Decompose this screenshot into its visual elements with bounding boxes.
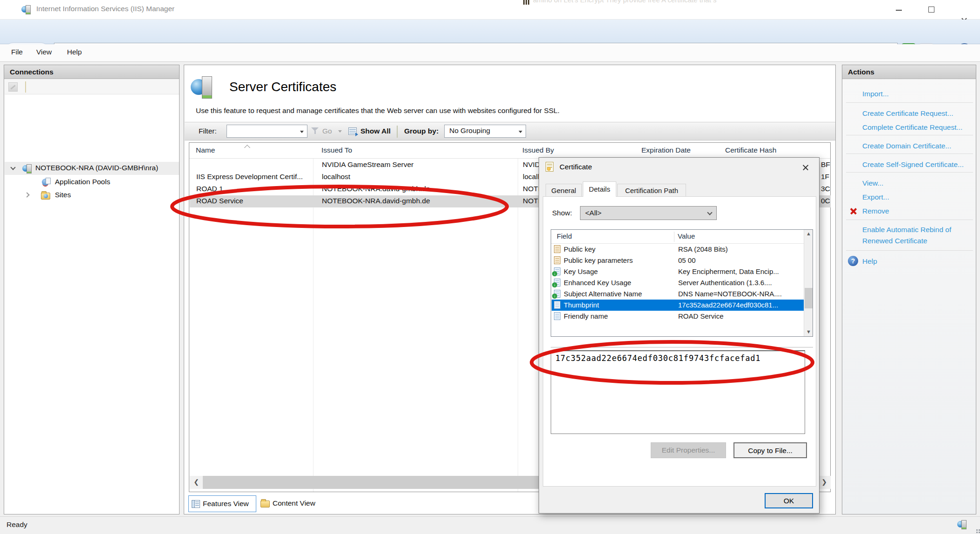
toolbar-separator [397, 126, 398, 138]
address-toolbar: ← → NOTEBOOK-NRA ⇄ ? [0, 20, 980, 44]
filter-label: Filter: [199, 127, 217, 135]
menu-file[interactable]: File [11, 48, 23, 56]
field-row[interactable]: Public key RSA (2048 Bits) [552, 244, 805, 255]
sort-ascending-icon [244, 145, 250, 151]
vertical-scrollbar[interactable]: ▲ ▼ [804, 230, 813, 336]
separator [846, 154, 973, 154]
field-value: ROAD Service [678, 312, 803, 320]
show-all-button[interactable]: Show All [360, 127, 391, 135]
separator [846, 172, 973, 173]
create-connection-icon[interactable] [8, 82, 18, 92]
window-title: Internet Information Services (IIS) Mana… [36, 5, 174, 13]
connections-header: Connections [4, 65, 179, 79]
go-dropdown-icon[interactable] [338, 130, 342, 133]
tab-label: Content View [273, 499, 315, 507]
scroll-left-icon[interactable]: ❮ [190, 476, 203, 489]
menu-help[interactable]: Help [67, 48, 82, 56]
tab-general[interactable]: General [546, 184, 582, 197]
action-label: Import... [862, 88, 974, 100]
field-row[interactable]: Public key parameters 05 00 [552, 255, 805, 266]
tree-item-label: Sites [55, 191, 71, 199]
group-by-value: No Grouping [449, 127, 490, 135]
field-row-selected[interactable]: Thumbprint 17c352aad22e6674edf030c81... [552, 300, 805, 311]
action-label: Create Domain Certificate... [862, 140, 974, 152]
tree-item-server[interactable]: NOTEBOOK-NRA (DAVID-GMBH\nra) [5, 162, 179, 175]
tab-features-view[interactable]: Features View [188, 495, 256, 512]
status-text: Ready [7, 521, 27, 529]
actions-panel: Actions Import... Create Certificate Req… [842, 65, 976, 514]
copy-to-file-button[interactable]: Copy to File... [733, 442, 807, 458]
background-window-artifact [523, 0, 531, 5]
filter-funnel-icon[interactable] [311, 127, 319, 134]
column-header-issued-by[interactable]: Issued By [522, 146, 554, 154]
field-value: Key Encipherment, Data Encip... [678, 267, 803, 275]
action-label: Export... [862, 192, 974, 203]
filter-toolbar: Filter: Go Show All Group by: No Groupin… [185, 122, 835, 140]
show-select[interactable]: <All> [580, 206, 717, 220]
certificate-fields-list: Field Value Public key RSA (2048 Bits) P… [551, 229, 813, 337]
server-node-icon [22, 164, 32, 173]
tree-item-label: NOTEBOOK-NRA (DAVID-GMBH\nra) [35, 164, 158, 172]
extension-field-icon [554, 290, 560, 298]
column-separator [674, 232, 674, 242]
thumbprint-value: 17c352aad22e6674edf030c81f9743fcfacefad1 [555, 354, 760, 363]
field-value: 05 00 [678, 256, 803, 264]
menu-view[interactable]: View [36, 48, 52, 56]
action-label: Help [862, 256, 974, 267]
scroll-down-icon[interactable]: ▼ [804, 328, 813, 336]
filter-input[interactable] [227, 125, 307, 138]
group-by-select[interactable]: No Grouping [444, 125, 526, 138]
tab-content-view[interactable]: Content View [259, 495, 325, 512]
field-name: Key Usage [564, 267, 598, 275]
cell-hash-fragment: BF [821, 160, 832, 169]
tab-details[interactable]: Details [583, 181, 616, 197]
chevron-down-icon[interactable] [10, 165, 15, 170]
field-row[interactable]: Enhanced Key Usage Server Authentication… [552, 277, 805, 288]
field-name: Enhanced Key Usage [564, 279, 631, 287]
action-label: Create Certificate Request... [862, 108, 974, 119]
sites-folder-icon [41, 193, 50, 200]
iis-app-icon [21, 5, 31, 14]
field-value: DNS Name=NOTEBOOK-NRA.... [678, 290, 803, 298]
scroll-up-icon[interactable]: ▲ [804, 230, 813, 238]
field-value: Server Authentication (1.3.6.... [678, 279, 803, 287]
tree-item-sites[interactable]: Sites [5, 189, 179, 202]
separator [846, 135, 973, 135]
action-label: Complete Certificate Request... [862, 122, 974, 133]
field-name: Public key [564, 245, 595, 253]
column-header-value[interactable]: Value [678, 232, 695, 240]
action-label: Enable Automatic Rebind of Renewed Certi… [862, 224, 974, 247]
group-by-label: Group by: [404, 127, 439, 135]
separator [846, 220, 973, 220]
scroll-right-icon[interactable]: ❯ [818, 476, 831, 489]
certificate-icon [546, 162, 553, 172]
actions-header: Actions [842, 65, 976, 79]
toolbar-separator [25, 81, 26, 93]
ok-button[interactable]: OK [765, 493, 813, 508]
column-header-expiration[interactable]: Expiration Date [641, 146, 691, 154]
column-header-hash[interactable]: Certificate Hash [725, 146, 776, 154]
column-header-issued-to[interactable]: Issued To [321, 146, 352, 154]
cell-issued-to: NOTEBOOK-NRA.david-gmbh.de [322, 185, 516, 193]
show-label: Show: [552, 209, 572, 217]
column-header-field[interactable]: Field [557, 232, 572, 240]
column-header-name[interactable]: Name [196, 146, 215, 154]
certificate-dialog: Certificate General Details Certificatio… [539, 157, 820, 514]
cell-hash-fragment: 0C [821, 197, 832, 205]
help-icon: ? [848, 256, 858, 266]
remove-x-icon [849, 207, 858, 216]
chevron-right-icon[interactable] [24, 192, 29, 197]
tab-label: Features View [203, 500, 249, 507]
cell-issued-to: NOTEBOOK-NRA.david-gmbh.de [322, 197, 516, 205]
tab-certification-path[interactable]: Certification Path [617, 184, 686, 197]
thumbprint-value-box[interactable]: 17c352aad22e6674edf030c81f9743fcfacefad1 [551, 350, 805, 434]
field-row[interactable]: Key Usage Key Encipherment, Data Encip..… [552, 266, 805, 277]
tree-item-application-pools[interactable]: Application Pools [5, 176, 179, 189]
cell-name: ROAD Service [196, 197, 312, 205]
field-row[interactable]: Subject Alternative Name DNS Name=NOTEBO… [552, 288, 805, 300]
dialog-close-icon[interactable] [798, 161, 813, 174]
resize-grip[interactable] [976, 529, 978, 531]
field-row[interactable]: Friendly name ROAD Service [552, 311, 805, 322]
scrollbar-thumb[interactable] [805, 288, 813, 308]
go-button[interactable]: Go [322, 127, 332, 135]
